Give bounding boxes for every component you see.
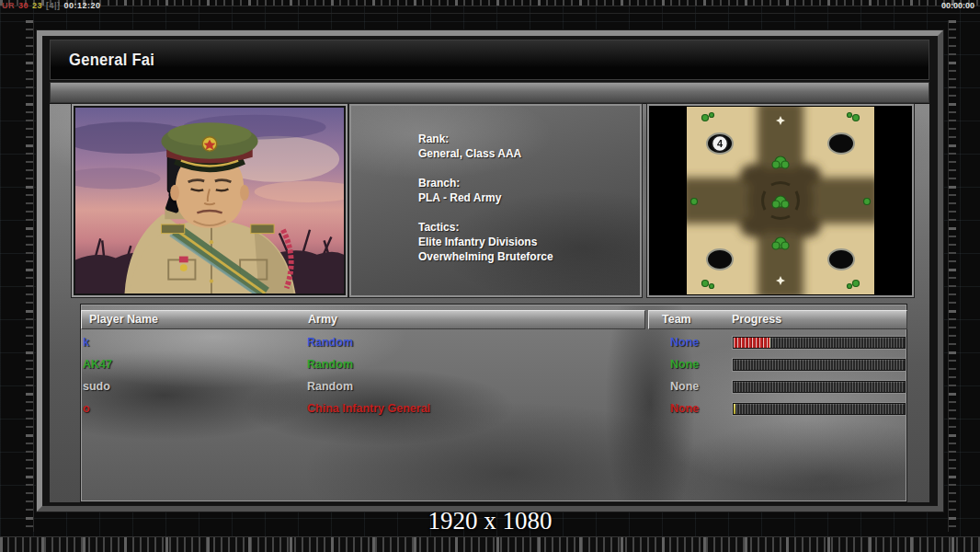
progress-bar xyxy=(733,381,906,393)
ruler-bottom xyxy=(0,536,980,552)
ruler-left xyxy=(26,20,34,532)
general-title: General Fai xyxy=(69,40,154,80)
player-row: sudo Random None xyxy=(81,376,906,398)
army-name: Random xyxy=(307,336,353,349)
match-timer: 00:00:00 xyxy=(941,1,974,10)
lobby-header-left: Player Name Army xyxy=(81,310,645,329)
progress-fill xyxy=(734,338,769,348)
debug-segment: 00:12:20 xyxy=(64,1,101,10)
frame-line-top xyxy=(0,13,980,14)
branch-label: Branch: xyxy=(418,176,553,190)
team-value: None xyxy=(670,380,699,393)
player-row: AK47 Random None xyxy=(81,354,906,376)
progress-bar xyxy=(733,403,906,415)
debug-segment: UR xyxy=(2,1,15,10)
team-value: None xyxy=(670,358,699,371)
debug-segment: 30 xyxy=(18,1,28,10)
player-name: sudo xyxy=(83,380,110,393)
tactics-value-2: Overwhelming Bruteforce xyxy=(418,249,553,264)
rank-value: General, Class AAA xyxy=(418,146,553,161)
team-value: None xyxy=(670,336,699,349)
lobby-header-right: Team Progress xyxy=(648,310,907,329)
loading-screen: { "hud": { "debug_segments": [ { "text":… xyxy=(0,0,980,552)
progress-bar xyxy=(733,359,906,371)
player-name: k xyxy=(83,336,89,349)
map-preview-image: 4 xyxy=(687,107,874,294)
resolution-label: 1920 x 1080 xyxy=(0,507,980,535)
header-army: Army xyxy=(308,313,337,326)
ruler-top xyxy=(0,0,980,6)
player-name: AK47 xyxy=(83,358,112,371)
title-bar: General Fai xyxy=(50,40,929,80)
start-position-badge: 4 xyxy=(712,136,728,152)
header-progress: Progress xyxy=(732,313,781,326)
debug-segment: [4|] xyxy=(46,1,61,10)
loading-panel: General Fai xyxy=(37,30,943,512)
branch-value: PLA - Red Army xyxy=(418,190,553,205)
army-name: China Infantry General xyxy=(307,402,430,415)
svg-text:4: 4 xyxy=(717,138,724,149)
general-portrait-image xyxy=(75,108,344,293)
header-team: Team xyxy=(662,313,691,326)
lobby-table: k Random None AK47 Random None sudo Rand… xyxy=(81,332,906,424)
progress-bar xyxy=(733,337,906,349)
loading-panel-inner: General Fai xyxy=(42,36,938,506)
rank-label: Rank: xyxy=(418,132,553,146)
general-bio-panel: Rank: General, Class AAA Branch: PLA - R… xyxy=(349,104,642,297)
tactics-value-1: Elite Infantry Divisions xyxy=(418,235,553,249)
team-value: None xyxy=(670,402,699,415)
army-name: Random xyxy=(307,380,353,393)
title-divider-band xyxy=(50,82,929,103)
ruler-right xyxy=(948,20,956,532)
general-portrait xyxy=(72,104,348,297)
map-preview: 4 xyxy=(647,104,914,297)
army-name: Random xyxy=(307,358,353,371)
tactics-label: Tactics: xyxy=(418,220,553,235)
player-name: o xyxy=(83,402,90,415)
debug-segment: 23 xyxy=(32,1,42,10)
header-player-name: Player Name xyxy=(89,313,158,326)
player-row: o China Infantry General None xyxy=(81,398,906,420)
progress-fill xyxy=(734,404,735,414)
gentool-debug-overlay: UR3023[4|]00:12:20 xyxy=(2,1,105,10)
player-row: k Random None xyxy=(81,332,906,354)
